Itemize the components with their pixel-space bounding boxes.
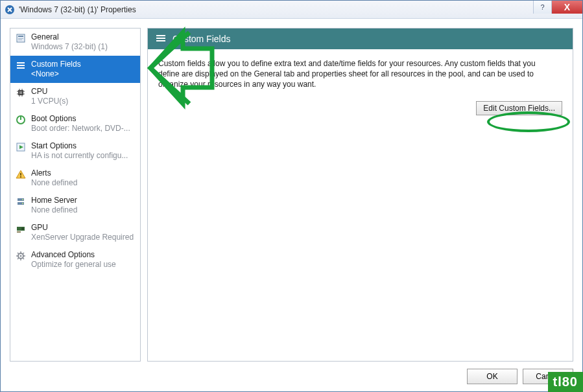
sidebar-item-general[interactable]: General Windows 7 (32-bit) (1) bbox=[10, 29, 140, 56]
sidebar-item-alerts[interactable]: Alerts None defined bbox=[10, 165, 140, 192]
start-icon bbox=[16, 142, 26, 152]
sidebar-item-label: GPU bbox=[31, 223, 135, 233]
category-sidebar: General Windows 7 (32-bit) (1) Custom Fi… bbox=[10, 28, 141, 362]
window-title: 'Windows 7 (32-bit) (1)' Properties bbox=[19, 5, 136, 14]
svg-rect-2 bbox=[18, 36, 23, 37]
sidebar-item-label: Advanced Options bbox=[31, 250, 135, 260]
sidebar-item-label: Alerts bbox=[31, 168, 135, 178]
alert-icon bbox=[16, 169, 26, 179]
svg-point-25 bbox=[20, 255, 22, 257]
svg-rect-26 bbox=[156, 35, 165, 36]
sidebar-item-custom-fields[interactable]: Custom Fields <None> bbox=[10, 56, 140, 83]
svg-rect-6 bbox=[17, 65, 25, 66]
gear-icon bbox=[16, 251, 26, 261]
main-description: Custom fields allow you to define extra … bbox=[158, 58, 554, 89]
svg-point-22 bbox=[21, 227, 24, 230]
sidebar-item-sub: None defined bbox=[31, 205, 135, 215]
power-icon bbox=[16, 115, 26, 125]
svg-rect-5 bbox=[17, 62, 25, 63]
main-header: Custom Fields bbox=[148, 29, 573, 49]
sidebar-item-sub: <None> bbox=[31, 69, 135, 79]
sidebar-item-label: Boot Options bbox=[31, 114, 135, 124]
properties-icon bbox=[16, 33, 26, 43]
sidebar-item-gpu[interactable]: GPU XenServer Upgrade Required bbox=[10, 219, 140, 246]
edit-custom-fields-button[interactable]: Edit Custom Fields... bbox=[476, 101, 562, 115]
svg-point-20 bbox=[22, 203, 23, 204]
sidebar-item-boot-options[interactable]: Boot Options Boot order: Network, DVD-..… bbox=[10, 110, 140, 137]
dialog-footer: OK Cancel bbox=[1, 362, 582, 391]
svg-rect-3 bbox=[18, 38, 23, 39]
properties-dialog: 'Windows 7 (32-bit) (1)' Properties ? X … bbox=[0, 0, 583, 392]
sidebar-item-cpu[interactable]: CPU 1 VCPU(s) bbox=[10, 83, 140, 110]
gpu-icon bbox=[16, 224, 26, 234]
sidebar-item-sub: XenServer Upgrade Required bbox=[31, 233, 135, 242]
server-icon bbox=[16, 196, 26, 207]
sidebar-item-sub: HA is not currently configu... bbox=[31, 151, 135, 161]
sidebar-item-label: Custom Fields bbox=[31, 60, 135, 69]
svg-rect-16 bbox=[20, 176, 21, 178]
window-buttons: ? X bbox=[533, 1, 582, 14]
svg-point-19 bbox=[22, 199, 23, 200]
main-panel: Custom Fields Custom fields allow you to… bbox=[147, 28, 573, 362]
sidebar-item-sub: Boot order: Network, DVD-... bbox=[31, 124, 135, 133]
dialog-content: General Windows 7 (32-bit) (1) Custom Fi… bbox=[1, 19, 582, 362]
svg-rect-11 bbox=[20, 116, 21, 120]
svg-rect-4 bbox=[18, 40, 22, 40]
sidebar-item-label: General bbox=[31, 32, 135, 42]
svg-rect-28 bbox=[156, 40, 165, 41]
help-button[interactable]: ? bbox=[533, 1, 551, 14]
sidebar-item-sub: 1 VCPU(s) bbox=[31, 97, 135, 106]
sidebar-item-label: Home Server bbox=[31, 196, 135, 205]
list-icon bbox=[156, 33, 166, 45]
sidebar-item-sub: None defined bbox=[31, 178, 135, 188]
sidebar-item-sub: Windows 7 (32-bit) (1) bbox=[31, 42, 135, 52]
app-icon bbox=[5, 5, 15, 15]
ok-button[interactable]: OK bbox=[467, 369, 518, 384]
close-button[interactable]: X bbox=[551, 1, 582, 14]
sidebar-item-home-server[interactable]: Home Server None defined bbox=[10, 192, 140, 219]
watermark: tl80 bbox=[548, 372, 583, 392]
main-header-title: Custom Fields bbox=[173, 34, 230, 44]
svg-rect-27 bbox=[156, 38, 165, 39]
titlebar: 'Windows 7 (32-bit) (1)' Properties ? X bbox=[1, 1, 582, 19]
cpu-icon bbox=[16, 87, 26, 98]
sidebar-item-label: CPU bbox=[31, 87, 135, 97]
svg-rect-15 bbox=[20, 173, 21, 176]
svg-rect-9 bbox=[19, 91, 22, 94]
svg-rect-7 bbox=[17, 67, 25, 69]
sidebar-item-start-options[interactable]: Start Options HA is not currently config… bbox=[10, 137, 140, 165]
sidebar-item-sub: Optimize for general use bbox=[31, 260, 135, 270]
main-body: Custom fields allow you to define extra … bbox=[148, 49, 573, 98]
list-icon bbox=[16, 60, 26, 71]
sidebar-item-advanced-options[interactable]: Advanced Options Optimize for general us… bbox=[10, 246, 140, 273]
sidebar-item-label: Start Options bbox=[31, 141, 135, 151]
svg-rect-23 bbox=[17, 231, 21, 233]
